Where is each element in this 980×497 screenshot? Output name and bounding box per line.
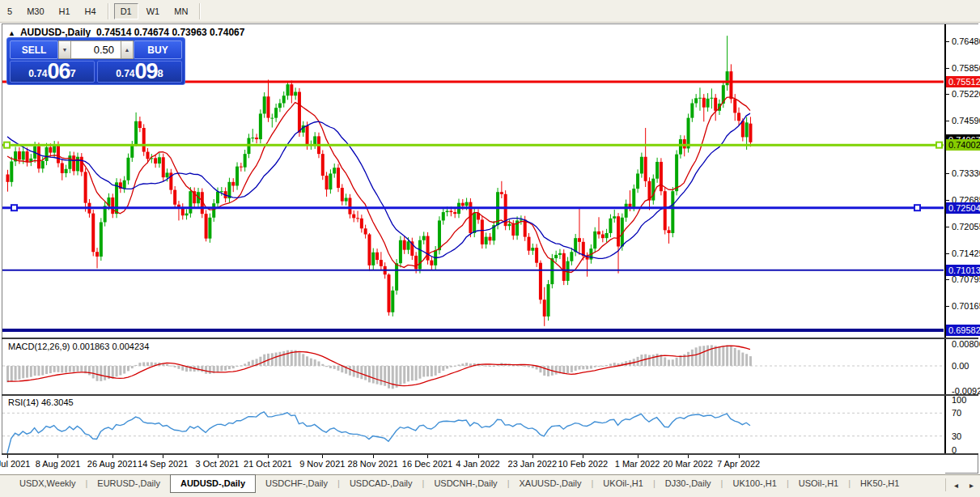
date-tick-label: 8 Aug 2021 — [36, 459, 81, 469]
rsi-axis-label: 70 — [952, 408, 961, 418]
chart-tab-usdx-weekly[interactable]: USDX,Weekly — [10, 475, 85, 492]
volume-input[interactable] — [71, 40, 121, 59]
macd-rsi-separator[interactable] — [2, 394, 978, 396]
date-tick — [739, 455, 740, 458]
price-badge-0.71013: 0.71013 — [946, 265, 980, 276]
price-tick — [946, 227, 949, 227]
sell-price-pip: 7 — [70, 62, 76, 83]
price-tick — [946, 279, 949, 280]
date-tick — [583, 455, 583, 458]
one-click-trading-panel: SELL ▼ ▲ BUY 0.74067 0.74098 — [6, 37, 185, 85]
date-tick-label: 26 Aug 2021 — [87, 459, 138, 469]
collapse-triangle-icon[interactable]: ▲ — [8, 29, 15, 37]
rsi-axis-label: 30 — [952, 431, 961, 441]
sell-price-display[interactable]: 0.74067 — [10, 61, 95, 83]
chart-tab-xauusd-daily[interactable]: XAUUSD-,Daily — [509, 475, 591, 492]
buy-price-prefix: 0.74 — [116, 66, 134, 82]
date-tick — [638, 455, 638, 458]
macd-axis-label: 0.00 — [952, 361, 969, 371]
trading-terminal: 5M30H1H4D1W1MN ▲AUDUSD-,Daily 0.74514 0.… — [0, 0, 980, 497]
date-tick-label: 3 Oct 2021 — [196, 459, 240, 469]
chart-title: ▲AUDUSD-,Daily 0.74514 0.74674 0.73963 0… — [8, 27, 244, 38]
price-tick-label: 0.75850 — [952, 63, 980, 73]
timeframe-button-h1[interactable]: H1 — [53, 3, 77, 19]
timeframe-button-mn[interactable]: MN — [168, 3, 194, 19]
tabs-scroll-left-button[interactable]: ◂ — [951, 479, 961, 491]
hline-handle-level-0.74002[interactable] — [936, 142, 942, 148]
price-tick-label: 0.70165 — [952, 301, 980, 311]
date-tick — [112, 455, 113, 458]
chart-tab-uk100-h1[interactable]: UK100-,H1 — [723, 475, 786, 492]
macd-histogram — [6, 345, 752, 389]
price-tick-label: 0.73330 — [952, 168, 980, 178]
buy-button[interactable]: BUY — [134, 40, 182, 59]
chart-symbol-label: AUDUSD-,Daily — [20, 27, 91, 38]
rsi-header: RSI(14) 46.3045 — [8, 397, 74, 407]
date-tick — [322, 455, 323, 458]
date-tick — [57, 455, 58, 458]
volume-decrease-button[interactable]: ▼ — [58, 40, 71, 59]
timeframe-button-m30[interactable]: M30 — [20, 3, 50, 19]
date-tick-label: 23 Jan 2022 — [508, 459, 558, 469]
price-tick-label: 0.71425 — [952, 248, 980, 258]
volume-increase-button[interactable]: ▲ — [121, 40, 134, 59]
price-tick — [946, 41, 949, 42]
chart-tab-usoil-h1[interactable]: USOil-,H1 — [789, 475, 849, 492]
date-tick-label: 16 Dec 2021 — [402, 459, 452, 469]
price-badge-0.75512: 0.75512 — [946, 76, 980, 87]
tabs-scroll-right-button[interactable]: ▸ — [966, 479, 977, 491]
buy-price-display[interactable]: 0.74098 — [97, 61, 182, 83]
date-tick-label: 14 Sep 2021 — [138, 459, 188, 469]
chart-tab-ukoil-h1[interactable]: UKOil-,H1 — [593, 475, 653, 492]
date-tick-label: 7 Apr 2022 — [717, 459, 760, 469]
hline-handle-support-0.72504[interactable] — [914, 205, 920, 210]
date-tick — [268, 455, 269, 458]
price-tick-label: 0.70795 — [952, 274, 980, 284]
timeframe-button-w1[interactable]: W1 — [140, 3, 167, 19]
hline-handle-support-0.72504[interactable] — [11, 205, 17, 210]
date-tick-label: 10 Feb 2022 — [558, 459, 608, 469]
main-macd-separator[interactable] — [2, 338, 978, 339]
price-tick-label: 0.75220 — [952, 89, 980, 99]
chart-tab-usdchf-daily[interactable]: USDCHF-,Daily — [256, 475, 337, 492]
date-tick — [532, 455, 533, 458]
price-tick — [946, 121, 949, 121]
rsi-line — [7, 412, 750, 453]
price-badge-0.74002: 0.74002 — [946, 139, 980, 151]
chart-tab-audusd-daily[interactable]: AUDUSD-,Daily — [170, 474, 256, 493]
timeframe-button-5[interactable]: 5 — [1, 3, 19, 19]
toolbar-separator — [108, 3, 109, 19]
chart-tab-usdcnh-daily[interactable]: USDCNH-,Daily — [424, 475, 507, 492]
date-tick — [427, 455, 428, 458]
chart-tab-usdcad-daily[interactable]: USDCAD-,Daily — [340, 475, 422, 492]
date-tick — [373, 455, 374, 458]
macd-header: MACD(12,26,9) 0.001863 0.004234 — [8, 342, 149, 351]
buy-price-big-digits: 09 — [135, 61, 158, 82]
date-tick-label: 21 Oct 2021 — [244, 459, 292, 469]
timeframe-button-d1[interactable]: D1 — [114, 3, 138, 19]
timeframe-toolbar: 5M30H1H4D1W1MN — [0, 0, 980, 23]
chart-tab-hk50-h1[interactable]: HK50-,H1 — [851, 475, 909, 492]
date-tick — [7, 455, 8, 458]
date-tick-label: 4 Jan 2022 — [456, 459, 499, 469]
date-tick — [688, 455, 689, 458]
timeframe-button-h4[interactable]: H4 — [78, 3, 103, 19]
date-tick — [218, 455, 218, 458]
sell-price-prefix: 0.74 — [28, 66, 47, 82]
chart-tab-dj30-daily[interactable]: DJ30-,Daily — [655, 475, 721, 492]
sell-price-big-digits: 06 — [48, 61, 70, 82]
date-tick-label: 20 Jul 2021 — [0, 459, 30, 469]
price-tick — [946, 306, 949, 307]
chart-tab-bar: USDX,Weekly|EURUSD-,DailyAUDUSD-,DailyUS… — [0, 474, 980, 497]
price-tick-label: 0.72055 — [952, 222, 980, 232]
toolbar-separator — [199, 3, 201, 19]
sell-button[interactable]: SELL — [10, 40, 58, 59]
chart-tab-eurusd-daily[interactable]: EURUSD-,Daily — [87, 475, 170, 492]
price-axis: 0.764800.758500.752200.745900.733300.726… — [945, 24, 980, 455]
date-tick-label: 28 Nov 2021 — [348, 459, 398, 469]
price-tick — [946, 68, 949, 69]
hline-handle-level-0.74002[interactable] — [4, 142, 10, 148]
price-tick — [946, 253, 949, 254]
date-axis: 20 Jul 20218 Aug 202126 Aug 202114 Sep 2… — [2, 455, 945, 474]
date-tick-label: 9 Nov 2021 — [299, 459, 345, 469]
